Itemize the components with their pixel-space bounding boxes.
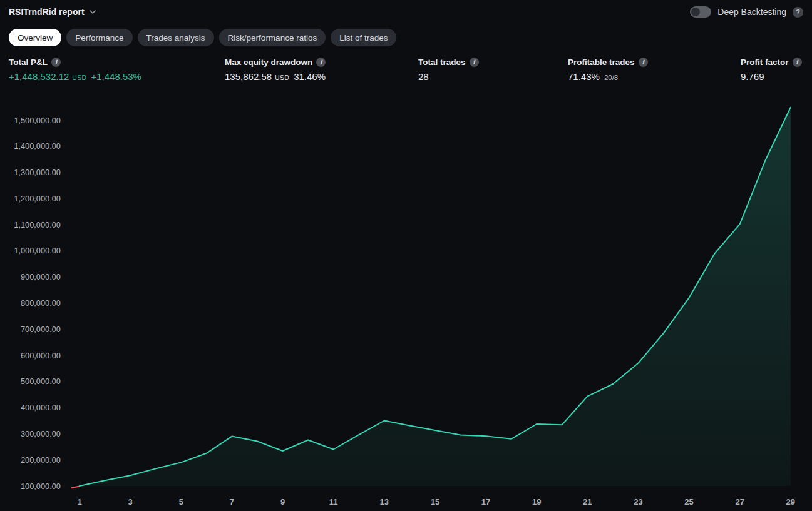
info-icon[interactable]: i — [639, 58, 648, 67]
tab-risk-performance-ratios[interactable]: Risk/performance ratios — [219, 29, 326, 46]
stat-total-trades: Total tradesi 28 — [418, 58, 479, 82]
stat-profitable-trades: Profitable tradesi 71.43%20/8 — [568, 58, 648, 82]
tab-list-of-trades[interactable]: List of trades — [331, 29, 396, 46]
deep-backtesting-label: Deep Backtesting — [717, 7, 786, 17]
stat-title: Total P&L — [9, 58, 48, 67]
y-axis-label: 500,000.00 — [21, 377, 61, 386]
stat-secondary: 20/8 — [604, 74, 618, 81]
x-axis-label: 17 — [481, 497, 490, 507]
y-axis-label: 200,000.00 — [21, 455, 61, 465]
x-axis-label: 1 — [77, 497, 81, 507]
x-axis-label: 27 — [735, 497, 744, 507]
report-title-dropdown[interactable]: RSITrndRid report — [9, 7, 96, 17]
deep-backtesting-toggle[interactable] — [690, 6, 711, 18]
info-icon[interactable]: i — [470, 58, 479, 67]
stat-value: +1,448,532.12 — [9, 71, 69, 82]
y-axis-label: 1,300,000.00 — [14, 168, 61, 177]
x-axis-label: 11 — [329, 497, 338, 507]
y-axis-label: 1,000,000.00 — [14, 246, 61, 255]
x-axis-label: 5 — [179, 497, 183, 507]
x-axis-label: 25 — [684, 497, 693, 507]
report-tabs: Overview Performance Trades analysis Ris… — [9, 29, 396, 46]
info-icon[interactable]: i — [316, 58, 326, 67]
stat-secondary: 31.46% — [294, 71, 326, 82]
y-axis-label: 400,000.00 — [21, 403, 61, 412]
x-axis-label: 7 — [230, 497, 234, 507]
y-axis-label: 1,500,000.00 — [14, 116, 61, 125]
x-axis-label: 19 — [532, 497, 541, 507]
stat-unit: USD — [72, 74, 86, 81]
toggle-knob — [691, 8, 700, 16]
topbar: RSITrndRid report Deep Backtesting ? — [0, 0, 812, 24]
y-axis-label: 600,000.00 — [21, 351, 61, 360]
help-icon[interactable]: ? — [793, 7, 803, 18]
x-axis-label: 21 — [583, 497, 592, 507]
equity-line-loss-segment — [72, 486, 80, 488]
x-axis-label: 29 — [786, 497, 795, 507]
y-axis-label: 300,000.00 — [21, 429, 61, 438]
stat-max-equity-drawdown: Max equity drawdowni 135,862.58USD31.46% — [225, 58, 326, 82]
stat-value: 135,862.58 — [225, 71, 272, 82]
stat-value: 28 — [418, 71, 429, 82]
tab-trades-analysis[interactable]: Trades analysis — [138, 29, 214, 46]
chevron-down-icon — [90, 10, 96, 14]
stat-total-pnl: Total P&Li +1,448,532.12USD+1,448.53% — [9, 58, 141, 82]
y-axis-label: 1,200,000.00 — [14, 194, 61, 203]
x-axis-label: 13 — [380, 497, 389, 507]
equity-area-fill — [80, 108, 791, 486]
tab-performance[interactable]: Performance — [66, 29, 132, 46]
x-axis-labels: 1357911131517192123252729 — [77, 497, 795, 507]
y-axis-label: 1,400,000.00 — [14, 141, 61, 151]
stat-unit: USD — [275, 74, 289, 81]
y-axis-labels: 1,500,000.001,400,000.001,300,000.001,20… — [14, 116, 61, 491]
info-icon[interactable]: i — [51, 58, 61, 67]
stat-title: Total trades — [418, 58, 466, 67]
y-axis-label: 900,000.00 — [21, 272, 61, 281]
x-axis-label: 15 — [431, 497, 439, 507]
y-axis-label: 700,000.00 — [21, 325, 61, 334]
report-title: RSITrndRid report — [9, 7, 85, 17]
stat-title: Profit factor — [741, 58, 789, 67]
summary-stats: Total P&Li +1,448,532.12USD+1,448.53% Ma… — [0, 58, 812, 90]
tab-overview[interactable]: Overview — [9, 29, 61, 46]
y-axis-label: 1,100,000.00 — [14, 220, 61, 230]
y-axis-label: 800,000.00 — [21, 298, 61, 308]
stat-title: Profitable trades — [568, 58, 635, 67]
stat-title: Max equity drawdown — [225, 58, 312, 67]
x-axis-label: 9 — [280, 497, 285, 507]
x-axis-label: 23 — [634, 497, 642, 507]
stat-value: 71.43% — [568, 71, 600, 82]
info-icon[interactable]: i — [793, 58, 802, 67]
stat-profit-factor: Profit factori 9.769 — [741, 58, 802, 82]
x-axis-label: 3 — [128, 497, 132, 507]
stat-secondary: +1,448.53% — [91, 71, 141, 82]
stat-value: 9.769 — [741, 71, 764, 82]
topbar-right: Deep Backtesting ? — [690, 6, 803, 18]
y-axis-label: 100,000.00 — [21, 482, 61, 491]
